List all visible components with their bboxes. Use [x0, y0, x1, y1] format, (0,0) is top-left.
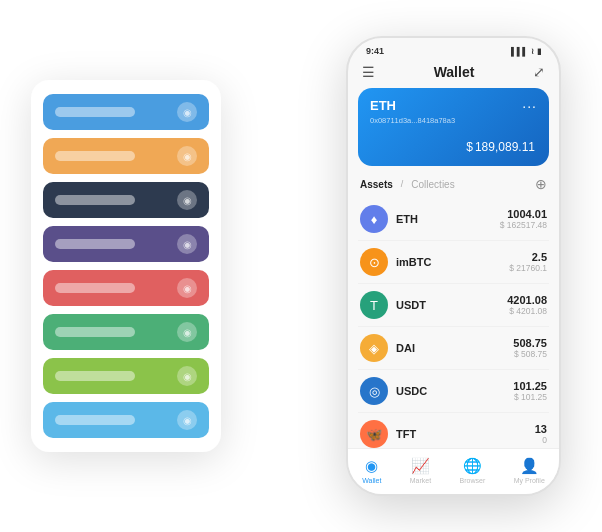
wallet-symbol: ETH [370, 98, 396, 113]
asset-amount: 4201.08 [507, 294, 547, 306]
asset-item[interactable]: ⊙ imBTC 2.5 $ 21760.1 [358, 241, 549, 284]
signal-icon: ▌▌▌ [511, 47, 528, 56]
card-list-row[interactable]: ◉ [43, 94, 209, 130]
card-list-row[interactable]: ◉ [43, 182, 209, 218]
card-row-text [55, 415, 135, 425]
asset-usd: $ 162517.48 [500, 220, 547, 230]
asset-amount: 508.75 [513, 337, 547, 349]
asset-usd: $ 508.75 [513, 349, 547, 359]
nav-icon: 👤 [520, 457, 539, 475]
asset-values: 101.25 $ 101.25 [513, 380, 547, 402]
card-row-text [55, 107, 135, 117]
asset-list: ♦ ETH 1004.01 $ 162517.48 ⊙ imBTC 2.5 $ … [348, 198, 559, 448]
asset-usd: $ 21760.1 [509, 263, 547, 273]
collecties-tab[interactable]: Collecties [411, 179, 454, 190]
card-row-icon: ◉ [177, 146, 197, 166]
card-row-icon: ◉ [177, 322, 197, 342]
asset-item[interactable]: ◎ USDC 101.25 $ 101.25 [358, 370, 549, 413]
nav-item-my-profile[interactable]: 👤 My Profile [514, 457, 545, 484]
nav-item-browser[interactable]: 🌐 Browser [460, 457, 486, 484]
card-row-text [55, 195, 135, 205]
wallet-card[interactable]: ETH ··· 0x08711d3a...8418a78a3 $189,089.… [358, 88, 549, 166]
card-list-row[interactable]: ◉ [43, 358, 209, 394]
card-row-icon: ◉ [177, 410, 197, 430]
card-list-row[interactable]: ◉ [43, 402, 209, 438]
card-row-icon: ◉ [177, 366, 197, 386]
tab-divider: / [401, 179, 404, 189]
card-list: ◉ ◉ ◉ ◉ ◉ ◉ ◉ ◉ [31, 80, 221, 452]
asset-name: ETH [396, 213, 500, 225]
asset-name: USDC [396, 385, 513, 397]
asset-values: 2.5 $ 21760.1 [509, 251, 547, 273]
card-list-row[interactable]: ◉ [43, 138, 209, 174]
asset-item[interactable]: 🦋 TFT 13 0 [358, 413, 549, 448]
asset-values: 1004.01 $ 162517.48 [500, 208, 547, 230]
card-row-text [55, 371, 135, 381]
asset-usd: $ 4201.08 [507, 306, 547, 316]
asset-icon: ◎ [360, 377, 388, 405]
nav-icon: 📈 [411, 457, 430, 475]
card-row-text [55, 239, 135, 249]
card-list-row[interactable]: ◉ [43, 270, 209, 306]
card-row-icon: ◉ [177, 102, 197, 122]
scene: ◉ ◉ ◉ ◉ ◉ ◉ ◉ ◉ 9:41 ▌▌▌ [21, 21, 581, 511]
nav-label: Wallet [362, 477, 381, 484]
asset-usd: 0 [535, 435, 547, 445]
wallet-address: 0x08711d3a...8418a78a3 [370, 116, 537, 125]
nav-item-wallet[interactable]: ◉ Wallet [362, 457, 381, 484]
nav-label: Market [410, 477, 431, 484]
asset-icon: T [360, 291, 388, 319]
phone: 9:41 ▌▌▌ ≀ ▮ ☰ Wallet ⤢ ETH ··· 0x08711d… [346, 36, 561, 496]
asset-icon: ⊙ [360, 248, 388, 276]
asset-amount: 101.25 [513, 380, 547, 392]
card-list-row[interactable]: ◉ [43, 226, 209, 262]
assets-tabs: Assets / Collecties [360, 179, 455, 190]
phone-navbar: ◉ Wallet 📈 Market 🌐 Browser 👤 My Profile [348, 448, 559, 494]
card-row-icon: ◉ [177, 190, 197, 210]
menu-icon[interactable]: ☰ [362, 64, 375, 80]
nav-icon: 🌐 [463, 457, 482, 475]
nav-item-market[interactable]: 📈 Market [410, 457, 431, 484]
wallet-title: Wallet [434, 64, 475, 80]
asset-icon: 🦋 [360, 420, 388, 448]
card-row-icon: ◉ [177, 278, 197, 298]
card-list-row[interactable]: ◉ [43, 314, 209, 350]
asset-name: USDT [396, 299, 507, 311]
status-time: 9:41 [366, 46, 384, 56]
status-bar: 9:41 ▌▌▌ ≀ ▮ [348, 38, 559, 60]
asset-item[interactable]: ◈ DAI 508.75 $ 508.75 [358, 327, 549, 370]
nav-label: Browser [460, 477, 486, 484]
balance-prefix: $ [466, 140, 473, 154]
asset-name: TFT [396, 428, 535, 440]
phone-header: ☰ Wallet ⤢ [348, 60, 559, 88]
assets-header: Assets / Collecties ⊕ [348, 174, 559, 198]
battery-icon: ▮ [537, 47, 541, 56]
asset-item[interactable]: T USDT 4201.08 $ 4201.08 [358, 284, 549, 327]
asset-icon: ♦ [360, 205, 388, 233]
wallet-balance: $189,089.11 [370, 133, 537, 156]
balance-amount: 189,089.11 [475, 140, 535, 154]
expand-icon[interactable]: ⤢ [533, 64, 545, 80]
card-row-text [55, 151, 135, 161]
card-row-icon: ◉ [177, 234, 197, 254]
asset-values: 508.75 $ 508.75 [513, 337, 547, 359]
wallet-options[interactable]: ··· [522, 98, 537, 114]
asset-values: 4201.08 $ 4201.08 [507, 294, 547, 316]
wifi-icon: ≀ [531, 47, 534, 56]
asset-usd: $ 101.25 [513, 392, 547, 402]
assets-tab[interactable]: Assets [360, 179, 393, 190]
status-icons: ▌▌▌ ≀ ▮ [511, 47, 541, 56]
add-asset-button[interactable]: ⊕ [535, 176, 547, 192]
card-row-text [55, 283, 135, 293]
asset-name: DAI [396, 342, 513, 354]
asset-values: 13 0 [535, 423, 547, 445]
asset-amount: 2.5 [509, 251, 547, 263]
asset-icon: ◈ [360, 334, 388, 362]
card-row-text [55, 327, 135, 337]
nav-label: My Profile [514, 477, 545, 484]
asset-name: imBTC [396, 256, 509, 268]
asset-amount: 13 [535, 423, 547, 435]
nav-icon: ◉ [365, 457, 378, 475]
asset-amount: 1004.01 [500, 208, 547, 220]
asset-item[interactable]: ♦ ETH 1004.01 $ 162517.48 [358, 198, 549, 241]
